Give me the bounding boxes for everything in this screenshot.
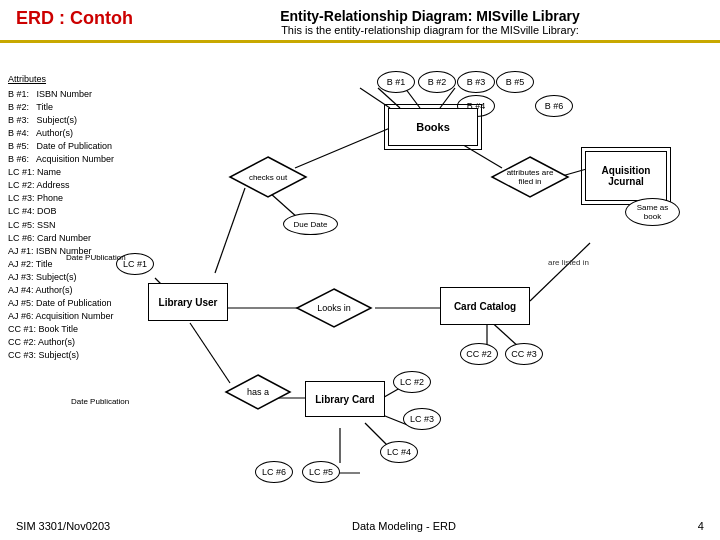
footer-left: SIM 3301/Nov0203 (16, 520, 110, 532)
attr-lc4: LC #4: DOB (8, 205, 114, 218)
ellipse-due-date: Due Date (283, 213, 338, 235)
entity-books: Books (388, 108, 478, 146)
main-title: Entity-Relationship Diagram: MISville Li… (156, 8, 704, 24)
attr-b3: B #3: Subject(s) (8, 114, 114, 127)
attr-b6: B #6: Acquisition Number (8, 153, 114, 166)
attr-lc3: LC #3: Phone (8, 192, 114, 205)
attributes-title: Attributes (8, 73, 114, 86)
attr-aj4: AJ #4: Author(s) (8, 284, 114, 297)
ellipse-b2: B #2 (418, 71, 456, 93)
attr-cc3: CC #3: Subject(s) (8, 349, 114, 362)
rel-looks-in: Looks in (295, 287, 373, 329)
attr-cc1: CC #1: Book Title (8, 323, 114, 336)
attr-aj6: AJ #6: Acquisition Number (8, 310, 114, 323)
entity-card-catalog: Card Catalog (440, 287, 530, 325)
rel-are-listed-in-label: are listed in (548, 258, 589, 267)
ellipse-cc3: CC #3 (505, 343, 543, 365)
ellipse-lc5: LC #5 (302, 461, 340, 483)
attr-b4: B #4: Author(s) (8, 127, 114, 140)
attr-lc6: LC #6: Card Number (8, 232, 114, 245)
entity-library-user: Library User (148, 283, 228, 321)
ellipse-lc2: LC #2 (393, 371, 431, 393)
rel-checks-out: checks out (228, 155, 308, 199)
ellipse-b1: B #1 (377, 71, 415, 93)
attr-lc5: LC #5: SSN (8, 219, 114, 232)
attr-aj5: AJ #5: Date of Publication (8, 297, 114, 310)
ellipse-cc2: CC #2 (460, 343, 498, 365)
date-publication-label-1: Date PUblication (66, 253, 126, 262)
footer-center: Data Modeling - ERD (352, 520, 456, 532)
attr-lc2: LC #2: Address (8, 179, 114, 192)
attr-aj3: AJ #3: Subject(s) (8, 271, 114, 284)
svg-line-1 (215, 188, 245, 273)
svg-line-19 (405, 88, 420, 108)
svg-line-0 (295, 128, 390, 168)
entity-library-card: Library Card (305, 381, 385, 417)
ellipse-lc6: LC #6 (255, 461, 293, 483)
attr-lc1: LC #1: Name (8, 166, 114, 179)
ellipse-b5: B #5 (496, 71, 534, 93)
attr-cc2: CC #2: Author(s) (8, 336, 114, 349)
attributes-list: Attributes B #1: ISBN Number B #2: Title… (8, 73, 114, 362)
entity-acquisition-journal: AquisitionJcurnal (585, 151, 667, 201)
footer-right: 4 (698, 520, 704, 532)
ellipse-lc3: LC #3 (403, 408, 441, 430)
sub-title: This is the entity-relationship diagram … (156, 24, 704, 36)
ellipse-lc4: LC #4 (380, 441, 418, 463)
ellipse-same-as-book: Same asbook (625, 198, 680, 226)
attr-b1: B #1: ISBN Number (8, 88, 114, 101)
rel-has-a: has a (224, 373, 292, 411)
attr-b2: B #2: Title (8, 101, 114, 114)
attr-b5: B #5: Date of Publication (8, 140, 114, 153)
footer: SIM 3301/Nov0203 Data Modeling - ERD 4 (0, 520, 720, 532)
svg-line-8 (530, 243, 590, 301)
logo-text: ERD : Contoh (16, 8, 136, 29)
rel-attributes-filed: attributes arefiled in (490, 155, 570, 199)
ellipse-b3: B #3 (457, 71, 495, 93)
date-publication-label-2: Date Publication (71, 397, 129, 406)
ellipse-b6: B #6 (535, 95, 573, 117)
